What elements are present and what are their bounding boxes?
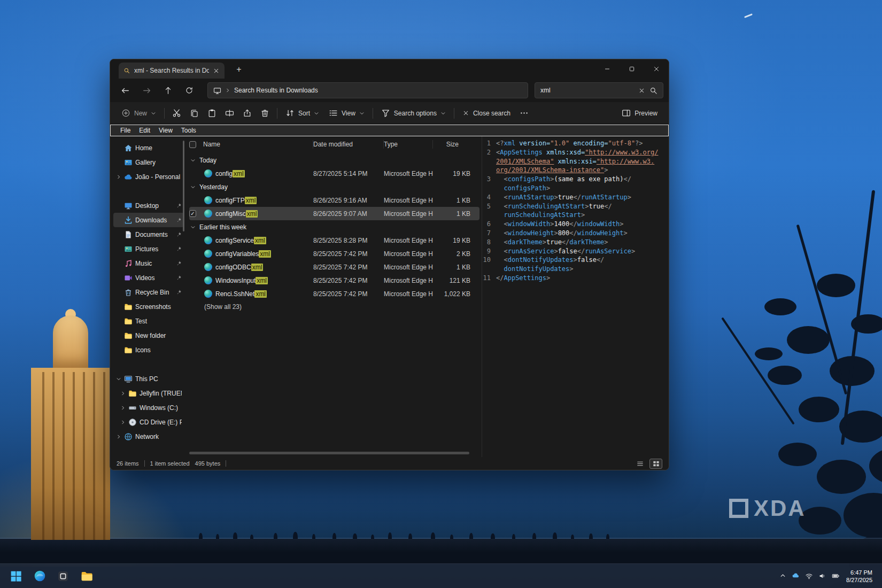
sidebar-item-videos[interactable]: Videos	[113, 270, 184, 285]
row-checkbox[interactable]: ✓	[189, 210, 196, 217]
column-name[interactable]: Name	[203, 140, 313, 149]
sidebar-item-downloads[interactable]: Downloads	[113, 213, 184, 227]
menu-edit[interactable]: Edit	[135, 127, 154, 134]
menu-file[interactable]: File	[116, 127, 135, 134]
cut-button[interactable]	[168, 105, 185, 122]
app-taskbar-button[interactable]	[52, 566, 74, 587]
chevron-right-icon[interactable]	[120, 420, 126, 425]
menu-view[interactable]: View	[154, 127, 177, 134]
chevron-right-icon[interactable]	[115, 434, 121, 439]
desktop-icon	[124, 202, 133, 210]
search-input[interactable]: xml	[540, 87, 634, 94]
sidebar-item-home[interactable]: Home	[113, 141, 184, 155]
sidebar-item-music[interactable]: Music	[113, 256, 184, 270]
share-button[interactable]	[238, 105, 256, 122]
column-type[interactable]: Type	[384, 140, 433, 149]
volume-icon[interactable]	[818, 572, 826, 580]
up-button[interactable]	[158, 82, 177, 99]
menu-tools[interactable]: Tools	[177, 127, 200, 134]
search-box[interactable]: xml	[535, 82, 663, 98]
file-row-configodbc[interactable]: configODBCxml8/25/2025 7:42 PMMicrosoft …	[189, 260, 479, 274]
forward-button[interactable]	[137, 82, 156, 99]
maximize-button[interactable]	[620, 59, 644, 79]
pin-icon	[176, 289, 182, 295]
line-number: 8	[482, 238, 496, 247]
sidebar-item-icons[interactable]: Icons	[113, 343, 184, 357]
horizontal-scrollbar[interactable]	[189, 452, 475, 454]
onedrive-tray-icon[interactable]	[792, 572, 800, 580]
search-icon[interactable]	[649, 87, 657, 95]
tab-close-icon[interactable]	[213, 67, 220, 74]
file-name: configVariablesxml	[215, 250, 271, 258]
new-tab-button[interactable]: +	[232, 64, 246, 75]
column-date-modified[interactable]: Date modified	[313, 140, 384, 149]
clear-search-icon[interactable]	[638, 87, 645, 94]
refresh-button[interactable]	[180, 82, 199, 99]
address-text: Search Results in Downloads	[234, 87, 318, 94]
sidebar-item-cd-drive-e-p[interactable]: CD Drive (E:) P	[113, 415, 184, 429]
sidebar-item-jellyfin-truen[interactable]: Jellyfin (TRUEN	[113, 386, 184, 400]
sidebar-item-windows-c[interactable]: Windows (C:)	[113, 400, 184, 415]
chevron-right-icon[interactable]	[120, 391, 126, 396]
close-button[interactable]	[644, 59, 669, 79]
sidebar-item-network[interactable]: Network	[113, 429, 184, 444]
file-row-configftp[interactable]: configFTPxml8/26/2025 9:16 AMMicrosoft E…	[189, 194, 479, 207]
copy-button[interactable]	[185, 105, 203, 122]
back-button[interactable]	[115, 82, 135, 99]
chevron-right-icon[interactable]	[120, 405, 126, 411]
new-button[interactable]: New	[117, 105, 161, 122]
file-name: configxml	[215, 170, 245, 177]
sort-button[interactable]: Sort	[281, 105, 324, 122]
file-row-configvariables[interactable]: configVariablesxml8/25/2025 7:42 PMMicro…	[189, 247, 479, 260]
sidebar-item-pictures[interactable]: Pictures	[113, 242, 184, 256]
minimize-button[interactable]	[595, 59, 620, 79]
start-button[interactable]	[5, 566, 27, 587]
edge-taskbar-button[interactable]	[29, 566, 50, 587]
group-header-earlier-this-week[interactable]: Earlier this week	[189, 220, 479, 234]
delete-button[interactable]	[256, 105, 274, 122]
file-row-configservice[interactable]: configServicexml8/25/2025 8:28 PMMicroso…	[189, 234, 479, 247]
sidebar-item-desktop[interactable]: Desktop	[113, 198, 184, 213]
taskbar-clock[interactable]: 6:47 PM 8/27/2025	[846, 569, 872, 584]
wifi-icon[interactable]	[805, 572, 813, 580]
details-view-toggle[interactable]	[633, 459, 646, 469]
select-all-checkbox[interactable]	[189, 141, 196, 148]
column-size[interactable]: Size	[433, 140, 475, 149]
file-row-windowsinput[interactable]: WindowsInputxml8/25/2025 7:42 PMMicrosof…	[189, 274, 479, 287]
paste-button[interactable]	[203, 105, 221, 122]
sidebar-item-new-folder[interactable]: New folder	[113, 328, 184, 343]
selection-size: 495 bytes	[195, 460, 221, 467]
preview-toggle-button[interactable]: Preview	[617, 105, 662, 122]
battery-icon[interactable]	[832, 572, 840, 580]
preview-code: 1<?xml version="1.0" encoding="utf-8"?>2…	[482, 139, 667, 283]
file-row-renci-sshnet[interactable]: Renci.SshNetxml8/25/2025 7:42 PMMicrosof…	[189, 287, 479, 300]
hidden-icons-chevron[interactable]	[779, 572, 786, 579]
sidebar-item-screenshots[interactable]: Screenshots	[113, 299, 184, 314]
rename-button[interactable]	[221, 105, 238, 122]
close-search-button[interactable]: Close search	[458, 105, 515, 122]
sidebar-item-recycle-bin[interactable]: Recycle Bin	[113, 285, 184, 299]
sidebar-item-this-pc[interactable]: This PC	[113, 372, 184, 386]
group-header-yesterday[interactable]: Yesterday	[189, 180, 479, 194]
sidebar-item-jo-o-personal[interactable]: João - Personal	[113, 169, 184, 184]
chevron-right-icon[interactable]	[115, 174, 121, 180]
explorer-tab[interactable]: xml - Search Results in Downl	[119, 63, 225, 79]
file-date: 8/25/2025 7:42 PM	[313, 290, 384, 298]
sidebar-item-test[interactable]: Test	[113, 314, 184, 328]
file-explorer-taskbar-button[interactable]	[76, 566, 97, 587]
sidebar-item-documents[interactable]: Documents	[113, 227, 184, 242]
code-line: <?xml version="1.0" encoding="utf-8"?>	[496, 139, 643, 148]
large-icons-view-toggle[interactable]	[649, 459, 662, 469]
search-options-button[interactable]: Search options	[376, 105, 451, 122]
close-search-icon	[462, 110, 469, 117]
sidebar-scrollbar[interactable]	[183, 141, 184, 231]
sidebar-item-gallery[interactable]: Gallery	[113, 155, 184, 169]
view-button[interactable]: View	[324, 105, 369, 122]
show-all-link[interactable]: (Show all 23)	[204, 303, 479, 311]
more-options-button[interactable]	[515, 105, 533, 122]
file-row-configmisc[interactable]: ✓configMiscxml8/26/2025 9:07 AMMicrosoft…	[189, 207, 479, 220]
file-row-config[interactable]: configxml8/27/2025 5:14 PMMicrosoft Edge…	[189, 167, 479, 180]
address-bar[interactable]: Search Results in Downloads	[207, 82, 528, 98]
group-header-today[interactable]: Today	[189, 153, 479, 167]
chevron-down-icon[interactable]	[115, 376, 121, 382]
